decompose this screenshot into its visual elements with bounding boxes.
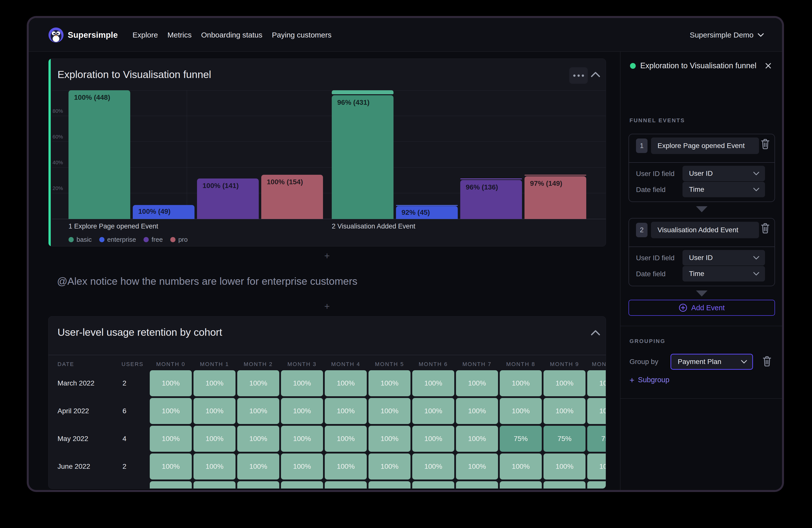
retention-cell[interactable]: 100% (237, 370, 279, 396)
penguin-logo-icon[interactable] (48, 28, 63, 43)
sidebar-panel-title: Exploration to Visualisation funnel (640, 61, 756, 70)
funnel-bar-enterprise-step2[interactable]: 92% (45) (396, 206, 458, 219)
retention-cell[interactable]: 100% (543, 370, 585, 396)
legend-item-pro[interactable]: pro (170, 236, 188, 244)
retention-cell[interactable]: 75% (500, 426, 542, 452)
retention-cell[interactable]: 100% (500, 454, 542, 480)
retention-cell[interactable]: 100% (368, 426, 410, 452)
legend-item-enterprise[interactable]: enterprise (99, 236, 136, 244)
retention-cell[interactable]: 100% (500, 398, 542, 424)
chevron-up-icon[interactable] (591, 71, 600, 80)
retention-cell[interactable]: 100% (237, 481, 279, 489)
add-event-button[interactable]: Add Event (628, 300, 775, 316)
retention-cell[interactable]: 100% (281, 426, 323, 452)
retention-cell[interactable]: 100% (456, 398, 498, 424)
date-field-select[interactable]: Time (682, 266, 765, 281)
retention-cell[interactable]: 100% (193, 426, 235, 452)
retention-cell[interactable]: 100% (281, 370, 323, 396)
chevron-up-icon[interactable] (591, 329, 600, 338)
retention-cell[interactable]: 100% (150, 426, 192, 452)
date-field-label: Date field (636, 270, 666, 278)
nav-item-metrics[interactable]: Metrics (168, 31, 192, 39)
legend-item-basic[interactable]: basic (69, 236, 92, 244)
retention-cell[interactable]: 100% (456, 454, 498, 480)
retention-cell[interactable]: 100% (412, 481, 454, 489)
retention-cell[interactable]: 100% (237, 426, 279, 452)
retention-cell[interactable]: 100% (543, 398, 585, 424)
retention-cell[interactable]: 100% (281, 398, 323, 424)
trash-icon[interactable] (762, 355, 774, 368)
retention-cell[interactable]: 100% (150, 454, 192, 480)
retention-cell[interactable]: 100% (587, 481, 606, 489)
insert-block-button[interactable]: + (319, 301, 334, 312)
nav-item-onboarding-status[interactable]: Onboarding status (201, 31, 262, 39)
funnel-bar-basic-step2[interactable]: 96% (431) (332, 95, 393, 219)
funnel-bar-basic-step1[interactable]: 100% (448) (69, 90, 130, 219)
retention-cell[interactable]: 100% (412, 398, 454, 424)
retention-cell[interactable]: 100% (325, 454, 367, 480)
funnel-bar-free-step2[interactable]: 96% (136) (460, 180, 522, 219)
event-name-input[interactable]: Explore Page opened Event (651, 137, 759, 154)
retention-cell[interactable]: 100% (368, 398, 410, 424)
card-menu-button[interactable] (569, 67, 588, 84)
retention-cell[interactable]: 100% (587, 398, 606, 424)
funnel-bar-pro-step1[interactable]: 100% (154) (261, 175, 323, 219)
date-field-select[interactable]: Time (682, 182, 765, 197)
retention-cell[interactable]: 100% (237, 454, 279, 480)
insert-block-button[interactable]: + (319, 250, 334, 261)
close-icon[interactable] (765, 62, 772, 70)
retention-cell[interactable]: 100% (500, 481, 542, 489)
column-header: MONTH 9 (543, 361, 585, 367)
funnel-chart-card: Exploration to Visualisation funnel 20%4… (48, 59, 606, 247)
retention-cell[interactable]: 100% (368, 481, 410, 489)
event-name-input[interactable]: Visualisation Added Event (651, 222, 759, 238)
retention-cell[interactable]: 100% (325, 398, 367, 424)
retention-cell[interactable]: 100% (281, 454, 323, 480)
retention-cell[interactable]: 100% (325, 481, 367, 489)
retention-cell[interactable]: 100% (543, 481, 585, 489)
retention-cell[interactable]: 100% (368, 370, 410, 396)
retention-cell[interactable]: 100% (325, 370, 367, 396)
retention-cell[interactable]: 100% (281, 481, 323, 489)
trash-icon[interactable] (760, 138, 772, 151)
funnel-bar-enterprise-step1[interactable]: 100% (49) (133, 205, 194, 219)
add-subgroup-button[interactable]: + Subgroup (629, 376, 669, 384)
retention-cell[interactable]: 75% (543, 426, 585, 452)
retention-cell[interactable]: 100% (456, 370, 498, 396)
card-accent-bar (48, 59, 51, 246)
retention-cell[interactable]: 100% (412, 426, 454, 452)
retention-cell[interactable]: 100% (237, 398, 279, 424)
user-id-field-select[interactable]: User ID (682, 250, 765, 265)
retention-cell[interactable]: 100% (193, 398, 235, 424)
retention-cell[interactable]: 100% (150, 481, 192, 489)
funnel-bar-free-step1[interactable]: 100% (141) (197, 178, 259, 219)
retention-cell[interactable]: 100% (587, 454, 606, 480)
group-by-select[interactable]: Payment Plan (670, 354, 753, 370)
retention-cell[interactable]: 100% (456, 426, 498, 452)
retention-cell[interactable]: 100% (456, 481, 498, 489)
legend-label: free (151, 236, 163, 244)
retention-cell[interactable]: 100% (412, 454, 454, 480)
retention-cell[interactable]: 100% (368, 454, 410, 480)
retention-cell[interactable]: 100% (193, 370, 235, 396)
retention-cell[interactable]: 100% (500, 370, 542, 396)
retention-cell[interactable]: 100% (193, 481, 235, 489)
retention-cell[interactable]: 100% (412, 370, 454, 396)
legend-item-free[interactable]: free (144, 236, 163, 244)
retention-cell[interactable]: 100% (587, 370, 606, 396)
nav-item-paying-customers[interactable]: Paying customers (272, 31, 332, 39)
retention-cell[interactable]: 100% (150, 370, 192, 396)
retention-cell[interactable]: 100% (193, 454, 235, 480)
retention-cell[interactable]: 75% (587, 426, 606, 452)
nav-item-explore[interactable]: Explore (132, 31, 158, 39)
retention-cell[interactable]: 100% (325, 426, 367, 452)
user-id-field-select[interactable]: User ID (682, 166, 765, 181)
chevron-down-icon (753, 256, 759, 260)
retention-cell[interactable]: 100% (543, 454, 585, 480)
retention-cell[interactable]: 100% (150, 398, 192, 424)
gridline (52, 193, 606, 193)
column-header: MONTH 3 (281, 361, 323, 367)
workspace-switcher[interactable]: Supersimple Demo (690, 18, 764, 52)
funnel-bar-pro-step2[interactable]: 97% (149) (524, 176, 586, 219)
trash-icon[interactable] (760, 222, 772, 235)
